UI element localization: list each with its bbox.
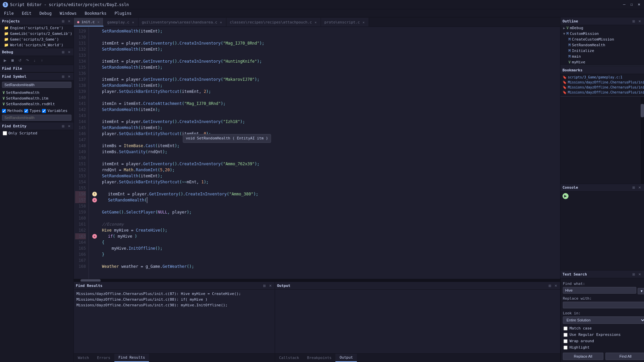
debug-icon1[interactable]: ⊞ (61, 50, 65, 54)
code-line-135: SetRandomHealth(itemEnt); (92, 64, 557, 70)
symbol-item-2[interactable]: V SetRandomHealth.rndHlt (0, 101, 73, 107)
tab-output[interactable]: Output (335, 354, 357, 362)
find-symbol-icon2[interactable]: ✕ (67, 74, 71, 79)
project-world[interactable]: 📁 World('scripts/4_World') (0, 42, 73, 48)
code-line-156: ! itemEnt = player.GetInventory().Create… (92, 191, 557, 197)
code-editor[interactable]: SetRandomHealth(itemEnt); itemEnt = play… (89, 27, 560, 279)
debug-stop-btn[interactable]: ⏹ (9, 57, 15, 63)
find-what-input[interactable] (563, 287, 636, 294)
match-case-checkbox[interactable] (564, 326, 568, 330)
output-icon2[interactable]: ✕ (553, 283, 558, 288)
use-regex-checkbox[interactable] (564, 333, 568, 337)
close-button[interactable]: ✕ (637, 2, 641, 7)
menu-debug[interactable]: Debug (38, 10, 53, 16)
horizontal-scrollbar[interactable] (74, 279, 560, 282)
tab-close-attachpouch[interactable]: ✕ (314, 20, 317, 24)
projects-icon1[interactable]: ⊞ (61, 19, 65, 23)
outline-icon2[interactable]: ✕ (637, 19, 642, 23)
right-scrollbar[interactable] (641, 97, 644, 184)
project-gamelib[interactable]: 📁 GameLib('scripts/2_GameLib') (0, 31, 73, 37)
tab-close-handsarea[interactable]: ✕ (219, 20, 223, 24)
look-in-select[interactable]: Entire Solution (563, 316, 644, 324)
tab-init[interactable]: ● init.c ✕ (74, 18, 104, 26)
find-result-1[interactable]: Missions/dayzOffline.ChernarusPlus/init.… (76, 297, 272, 302)
filter-methods-checkbox[interactable] (2, 109, 6, 113)
find-symbol-secondary-input[interactable] (2, 115, 71, 121)
projects-icon2[interactable]: ✕ (67, 19, 71, 23)
tab-gameplay[interactable]: gameplay.c ✕ (104, 18, 138, 26)
outline-icon1[interactable]: ⊞ (631, 19, 636, 23)
find-symbol-input[interactable] (2, 82, 71, 88)
menu-edit[interactable]: Edit (20, 10, 33, 16)
console-icon2[interactable]: ✕ (637, 185, 642, 190)
maximize-button[interactable]: □ (629, 2, 634, 7)
outline-Initialize[interactable]: M Initialize (560, 48, 644, 54)
filter-variables-checkbox[interactable] (42, 109, 46, 113)
tab-breakpoints[interactable]: Breakpoints (303, 354, 336, 362)
main-layout: Projects ⊞ ✕ 📁 Engine('scripts/1_Core') … (0, 17, 644, 362)
bookmark-0[interactable]: 🔖 scripts/3_Game/gameplay.c:1 (560, 75, 644, 80)
debug-run-btn[interactable]: ▶ (2, 57, 8, 63)
only-scripted-checkbox[interactable] (3, 131, 7, 135)
find-what-dropdown[interactable]: ▼ (638, 288, 644, 294)
replace-all-button[interactable]: Replace All (563, 353, 603, 360)
highlight-label: Highlight (570, 345, 590, 350)
find-all-button[interactable]: Find All (605, 353, 644, 360)
tab-close-init[interactable]: ✕ (97, 20, 100, 24)
console-icon1[interactable]: ⊞ (631, 185, 636, 190)
bookmark-1[interactable]: 🔖 Missions/dayzOffline.ChernarusPlus/ini… (560, 80, 644, 85)
outline-SetRandomHealth[interactable]: M SetRandomHealth (560, 42, 644, 48)
text-search-icon2[interactable]: ✕ (637, 272, 642, 277)
output-icon1[interactable]: ⊞ (547, 283, 552, 288)
debug-restart-btn[interactable]: ↺ (17, 57, 23, 63)
project-game[interactable]: 📁 Game('scripts/3_Game') (0, 37, 73, 42)
debug-step-over-btn[interactable]: ↷ (24, 57, 30, 63)
tab-callstack[interactable]: Callstack (275, 354, 303, 362)
outline-CustomMission[interactable]: ▼ M CustomMission (560, 31, 644, 37)
minimize-button[interactable]: ─ (622, 2, 627, 7)
outline-main[interactable]: M main (560, 54, 644, 59)
window-controls: ─ □ ✕ (622, 2, 641, 7)
tab-enscript[interactable]: proto\enscript.c ✕ (321, 18, 369, 26)
error-icon-157: ✕ (92, 198, 97, 202)
tab-attachpouch[interactable]: classes\recipes\recipes\attachpouch.c ✕ (226, 18, 321, 26)
replace-with-input[interactable] (563, 302, 644, 308)
find-results-icon2[interactable]: ✕ (268, 283, 273, 288)
filter-row: Methods Types Variables (0, 108, 73, 114)
find-result-0[interactable]: Missions/dayzOffline.ChernarusPlus/init.… (76, 291, 272, 297)
tab-handsarea[interactable]: gui\inventorynew\areas\handsarea.c ✕ (139, 18, 226, 26)
symbol-item-1[interactable]: V SetRandomHealth.itm (0, 96, 73, 101)
right-scrollbar-thumb[interactable] (641, 104, 644, 117)
menu-bookmarks[interactable]: Bookmarks (84, 10, 108, 16)
find-symbol-icon1[interactable]: ⊞ (61, 74, 65, 79)
wrap-around-checkbox[interactable] (564, 339, 568, 343)
symbol-item-0[interactable]: V SetRandomHealth (0, 90, 73, 96)
project-engine[interactable]: 📁 Engine('scripts/1_Core') (0, 25, 73, 31)
tab-watch[interactable]: Watch (74, 354, 93, 362)
bookmark-2[interactable]: 🔖 Missions/dayzOffline.ChernarusPlus/ini… (560, 85, 644, 90)
find-result-2[interactable]: Missions/dayzOffline.ChernarusPlus/init.… (76, 302, 272, 308)
menu-windows[interactable]: Windows (58, 10, 78, 16)
find-entity-icon2[interactable]: ✕ (67, 124, 71, 128)
highlight-checkbox[interactable] (564, 346, 568, 350)
tab-find-results[interactable]: Find Results (114, 354, 149, 362)
console-run-button[interactable]: ▶ (562, 193, 569, 199)
outline-mDebug[interactable]: ▶ V mDebug (560, 25, 644, 31)
text-search-icon1[interactable]: ⊞ (631, 272, 636, 277)
debug-step-in-btn[interactable]: ↓ (32, 57, 38, 63)
code-line-164: { (92, 239, 557, 245)
bookmark-3[interactable]: 🔖 Missions/dayzOffline.ChernarusPlus/ini… (560, 90, 644, 95)
tab-errors[interactable]: Errors (93, 354, 114, 362)
tab-close-gameplay[interactable]: ✕ (131, 20, 135, 24)
menu-plugins[interactable]: Plugins (113, 10, 133, 16)
find-results-icon1[interactable]: ⊞ (262, 283, 267, 288)
outline-CreateCustomMission[interactable]: M CreateCustomMission (560, 37, 644, 42)
outline-myHive[interactable]: V myHive (560, 59, 644, 65)
debug-step-out-btn[interactable]: ↑ (39, 57, 45, 63)
menu-file[interactable]: File (3, 10, 15, 16)
find-entity-icon1[interactable]: ⊞ (61, 124, 65, 128)
debug-icon2[interactable]: ✕ (67, 50, 71, 54)
code-area[interactable]: 129130131132133 134135136137138 13914014… (74, 27, 560, 279)
tab-close-enscript[interactable]: ✕ (362, 20, 365, 24)
filter-types-checkbox[interactable] (24, 109, 28, 113)
